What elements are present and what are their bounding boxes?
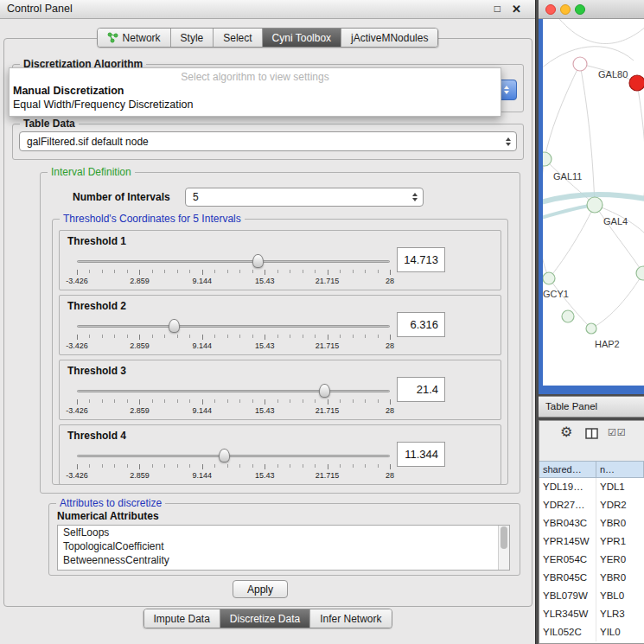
slider-tick <box>378 335 379 338</box>
slider-tick <box>353 399 354 403</box>
slider-tick <box>252 399 253 403</box>
slider-tick <box>114 464 115 468</box>
tab-discretize-data[interactable]: Discretize Data <box>220 609 310 628</box>
network-node[interactable] <box>636 266 644 280</box>
slider-tick <box>290 399 290 403</box>
network-window-titlebar <box>539 0 644 19</box>
slider-track[interactable] <box>77 390 390 392</box>
slider-track[interactable] <box>77 325 390 328</box>
slider-scale-label: -3.426 <box>66 277 88 285</box>
table-row[interactable]: YER054CYER0 <box>539 551 644 569</box>
tab-impute-data[interactable]: Impute Data <box>143 609 220 628</box>
slider-tick <box>139 335 140 340</box>
slider-thumb[interactable] <box>252 254 264 268</box>
threshold-label: Threshold 1 <box>67 235 126 247</box>
threshold-value-field[interactable]: 6.316 <box>397 312 445 337</box>
cell-shared-name: YLR345W <box>539 605 596 623</box>
tab-select[interactable]: Select <box>214 29 262 47</box>
threshold-value-field[interactable]: 11.344 <box>397 442 445 467</box>
slider-tick <box>265 335 265 340</box>
close-icon[interactable]: ✕ <box>512 3 521 16</box>
slider-tick <box>328 399 328 405</box>
tab-cyni-toolbox[interactable]: Cyni Toolbox <box>263 29 341 47</box>
table-data-combobox[interactable]: galFiltered.sif default node <box>19 131 517 151</box>
table-row[interactable]: YBL079WYBL0 <box>539 587 644 605</box>
attribute-list-item[interactable]: BetweennessCentrality <box>58 553 509 567</box>
threshold-value-field[interactable]: 14.713 <box>397 247 445 272</box>
slider-thumb[interactable] <box>219 449 230 462</box>
network-node[interactable] <box>543 272 555 284</box>
tab-label: Network <box>123 32 161 44</box>
minimize-traffic-light-icon[interactable] <box>560 4 571 15</box>
slider-scale-label: 9.144 <box>193 277 213 285</box>
network-canvas[interactable]: GAL80GAL11GAL4GCY1HAP2 <box>543 19 644 386</box>
table-row[interactable]: YPR145WYPR1 <box>539 532 644 551</box>
slider-tick <box>365 270 366 273</box>
zoom-traffic-light-icon[interactable] <box>575 4 585 15</box>
slider-tick <box>202 399 203 405</box>
dropdown-option-manual-discretization[interactable]: Manual Discretization <box>10 83 501 97</box>
table-row[interactable]: YLR345WYLR3 <box>539 605 644 623</box>
slider-tick <box>353 335 354 338</box>
slider-tick <box>214 270 215 273</box>
slider-tick <box>189 270 190 273</box>
slider-thumb[interactable] <box>169 319 180 333</box>
threshold-slider[interactable]: -3.4262.8599.14415.4321.71528 <box>77 319 390 352</box>
tab-network[interactable]: Network <box>98 29 171 47</box>
select-columns-icon[interactable]: ☑☑ <box>608 427 627 438</box>
tab-infer-network[interactable]: Infer Network <box>310 609 391 628</box>
slider-tick <box>127 335 128 338</box>
close-traffic-light-icon[interactable] <box>545 4 556 15</box>
minimize-icon[interactable]: □ <box>494 3 501 15</box>
slider-tick <box>277 399 278 403</box>
apply-button[interactable]: Apply <box>233 580 288 598</box>
gear-icon[interactable]: ⚙ <box>560 424 572 440</box>
threshold-slider[interactable]: -3.4262.8599.14415.4321.71528 <box>77 254 390 287</box>
numerical-attributes-label: Numerical Attributes <box>57 510 159 522</box>
network-node[interactable] <box>562 310 574 322</box>
network-node[interactable] <box>543 152 552 166</box>
column-header-name[interactable]: n… <box>596 461 644 478</box>
attribute-list-item[interactable]: SelfLoops <box>58 526 509 539</box>
slider-tick <box>390 270 391 275</box>
slider-scale-label: 28 <box>386 406 394 415</box>
slider-tick <box>202 335 203 340</box>
network-node[interactable] <box>629 75 644 91</box>
tab-style[interactable]: Style <box>171 29 214 47</box>
numerical-attributes-list[interactable]: SelfLoopsTopologicalCoefficientBetweenne… <box>57 525 510 571</box>
threshold-value-field[interactable]: 21.4 <box>397 377 445 402</box>
table-row[interactable]: YIL052CYIL0 <box>539 623 644 641</box>
tab-jactivemnodules[interactable]: jActiveMNodules <box>341 29 437 47</box>
attribute-list-item[interactable]: TopologicalCoefficient <box>58 539 509 553</box>
network-node[interactable] <box>587 197 603 213</box>
table-row[interactable]: YDR27…YDR2 <box>539 496 644 514</box>
network-node[interactable] <box>573 57 587 71</box>
slider-tick <box>378 270 379 273</box>
slider-track[interactable] <box>77 455 390 457</box>
column-header-shared-name[interactable]: shared… <box>539 461 596 478</box>
network-node[interactable] <box>586 323 596 334</box>
columns-icon[interactable] <box>585 428 598 439</box>
num-intervals-combobox[interactable]: 5 <box>185 188 424 207</box>
scrollbar-thumb[interactable] <box>501 526 507 549</box>
list-scrollbar[interactable] <box>498 526 509 570</box>
slider-track[interactable] <box>77 260 390 263</box>
network-view-window: GAL80GAL11GAL4GCY1HAP2 <box>539 0 644 394</box>
slider-tick <box>139 399 140 405</box>
thresholds-coordinates-group: Threshold's Coordinates for 5 Intervals … <box>52 219 508 485</box>
slider-tick <box>189 464 190 468</box>
slider-tick <box>353 464 354 468</box>
slider-scale-label: 15.43 <box>255 341 275 350</box>
threshold-slider[interactable]: -3.4262.8599.14415.4321.71528 <box>77 449 390 481</box>
cell-shared-name: YER054C <box>539 551 596 569</box>
slider-scale-label: 21.715 <box>316 277 340 285</box>
slider-thumb[interactable] <box>319 384 330 398</box>
table-row[interactable]: YBR043CYBR0 <box>539 514 644 532</box>
dropdown-option-equal-width-frequency[interactable]: Equal Width/Frequency Discretization <box>10 97 501 111</box>
slider-tick <box>152 464 153 468</box>
slider-scale-label: 28 <box>386 341 394 350</box>
table-row[interactable]: YDL19…YDL1 <box>539 478 644 496</box>
threshold-slider[interactable]: -3.4262.8599.14415.4321.71528 <box>77 384 390 417</box>
slider-tick <box>127 464 128 468</box>
table-row[interactable]: YBR045CYBR0 <box>539 569 644 587</box>
